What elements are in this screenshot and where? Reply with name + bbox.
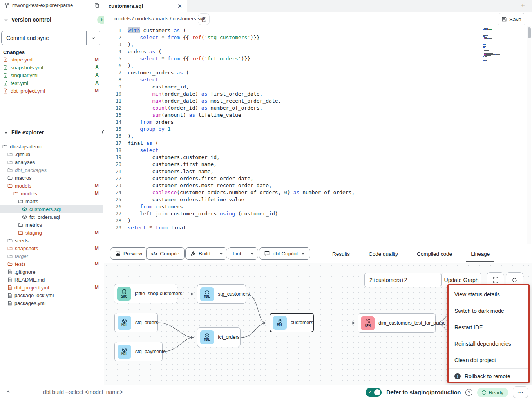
copy-branch-icon[interactable]	[94, 3, 100, 8]
file-tree-item-target[interactable]: target	[0, 252, 103, 260]
dbt-copilot-button[interactable]: dbt Copilot	[259, 247, 310, 260]
menu-item-switch-to-dark-mode[interactable]: Switch to dark mode	[449, 303, 528, 319]
lineage-node-stg-orders[interactable]: MDLstg_orders	[114, 313, 158, 332]
menu-item-view-status-details[interactable]: View status details	[449, 286, 528, 303]
change-item[interactable]: stripe.ymlM	[0, 56, 103, 63]
code-line[interactable]: 18 select	[104, 147, 532, 154]
minimap[interactable]	[483, 28, 522, 61]
file-tree-item-db-sl-qs-demo[interactable]: db-sl-qs-demo	[0, 143, 103, 150]
code-line[interactable]: 7customer_orders as (	[104, 69, 532, 76]
file-tree-item-macros[interactable]: macros	[0, 174, 103, 182]
lineage-node-dim-customers-test-for-parse[interactable]: SEMdim_customers_test_for_parse	[358, 313, 436, 333]
close-icon[interactable]: ✕	[177, 3, 182, 9]
lineage-search-input[interactable]	[364, 273, 441, 287]
save-button[interactable]: Save	[498, 13, 525, 25]
code-line[interactable]: 16),	[104, 133, 532, 140]
open-in-explorer-button[interactable]	[198, 13, 210, 25]
tab-results[interactable]: Results	[330, 246, 352, 262]
code-editor[interactable]: 1with customers as (2 select * from {{ r…	[104, 26, 532, 245]
code-line[interactable]: 17final as (	[104, 140, 532, 147]
tab-compiled-code[interactable]: Compiled code	[414, 246, 454, 262]
file-tree-item-fct-orders-sql[interactable]: fct_orders.sql	[0, 213, 103, 221]
new-tab-button[interactable]: +	[521, 1, 525, 10]
compile-button[interactable]: </> Compile	[146, 247, 185, 260]
file-tree-item-dbt-packages[interactable]: dbt_packages	[0, 166, 103, 174]
menu-item-restart-ide[interactable]: Restart IDE	[449, 319, 528, 336]
code-line[interactable]: 26 from customers	[104, 203, 532, 210]
lint-options-dropdown[interactable]	[246, 248, 258, 259]
code-line[interactable]: 29select * from final	[104, 224, 532, 231]
preview-button[interactable]: Preview	[110, 247, 147, 260]
version-control-header[interactable]: Version control 5	[0, 15, 111, 24]
file-tree-item--gitignore[interactable]: .gitignore	[0, 268, 103, 276]
code-line[interactable]: 25 customer_orders.lifetime_value	[104, 196, 532, 203]
code-line[interactable]: 14 from orders	[104, 119, 532, 126]
code-line[interactable]: 20 customers.first_name,	[104, 161, 532, 168]
lineage-node-stg-payments[interactable]: MDLstg_payments	[114, 342, 163, 361]
file-tree-item-dbt-project-yml[interactable]: dbt_project.ymlM	[0, 283, 103, 291]
editor-scrollbar[interactable]	[527, 26, 531, 244]
commit-and-sync-button[interactable]: Commit and sync	[1, 31, 100, 45]
menu-item-rollback-to-remote[interactable]: ! Rollback to remote	[449, 369, 528, 384]
lineage-panel[interactable]: SRCjaffle_shop.customersMDLstg_customers…	[104, 263, 532, 385]
code-line[interactable]: 8 select	[104, 76, 532, 83]
file-tree-item-package-lock-yml[interactable]: package-lock.yml	[0, 291, 103, 299]
code-line[interactable]: 28)	[104, 217, 532, 224]
lineage-node-fct-orders[interactable]: MDLfct_orders	[197, 327, 241, 347]
code-line[interactable]: 15 group by 1	[104, 126, 532, 133]
file-tree-item-models[interactable]: modelsM	[0, 182, 103, 190]
code-line[interactable]: 12 count(order_id) as number_of_orders,	[104, 105, 532, 112]
commit-options-dropdown[interactable]	[86, 31, 100, 45]
change-item[interactable]: test.ymlA	[0, 79, 103, 87]
file-tree-item--github[interactable]: .github	[0, 150, 103, 158]
lineage-node-stg-customers[interactable]: MDLstg_customers	[197, 284, 246, 304]
file-tree-item-seeds[interactable]: seeds	[0, 237, 103, 244]
help-icon[interactable]: ?	[465, 389, 472, 396]
code-line[interactable]: 27 left join customer_orders using (cust…	[104, 210, 532, 217]
file-tree-item-models[interactable]: modelsM	[0, 190, 103, 197]
code-line[interactable]: 5 select * from {{ ref('fct_orders')}}	[104, 55, 532, 62]
lineage-node-jaffle-shop-customers[interactable]: SRCjaffle_shop.customers	[114, 284, 177, 303]
scrollbar-thumb[interactable]	[528, 27, 531, 38]
tab-code-quality[interactable]: Code quality	[366, 246, 400, 262]
code-line[interactable]: 11 max(order_date) as most_recent_order_…	[104, 97, 532, 105]
code-line[interactable]: 6),	[104, 62, 532, 69]
code-line[interactable]: 10 min(order_date) as first_order_date,	[104, 90, 532, 97]
file-tree-item-tests[interactable]: testsM	[0, 260, 103, 268]
tab-customers-sql[interactable]: customers.sql ✕	[104, 0, 187, 12]
code-line[interactable]: 22 customer_orders.first_order_date,	[104, 175, 532, 182]
change-item[interactable]: snapshots.ymlA	[0, 63, 103, 71]
file-tree-item-readme-md[interactable]: README.md	[0, 276, 103, 283]
change-item[interactable]: singular.ymlA	[0, 71, 103, 79]
file-tree-item-staging[interactable]: stagingM	[0, 229, 103, 237]
file-tree-item-metrics[interactable]: metrics	[0, 221, 103, 229]
command-input[interactable]: dbt build --select <model_name>	[43, 389, 123, 395]
code-line[interactable]: 1with customers as (	[104, 27, 532, 34]
menu-item-reinstall-dependencies[interactable]: Reinstall dependencies	[449, 336, 528, 352]
chevron-up-icon[interactable]	[5, 389, 11, 394]
file-tree-item-packages-yml[interactable]: packages.yml	[0, 299, 103, 307]
code-line[interactable]: 13 sum(amount) as lifetime_value	[104, 112, 532, 119]
code-line[interactable]: 23 customer_orders.most_recent_order_dat…	[104, 182, 532, 189]
file-tree-item-snapshots[interactable]: snapshotsM	[0, 244, 103, 252]
menu-item-clean-dbt-project[interactable]: Clean dbt project	[449, 352, 528, 368]
more-options-button[interactable]: ···	[513, 386, 528, 398]
file-tree-item-customers-sql[interactable]: customers.sql	[0, 205, 103, 213]
change-item[interactable]: dbt_project.ymlM	[0, 87, 103, 95]
code-line[interactable]: 19 customers.customer_id,	[104, 154, 532, 161]
build-options-dropdown[interactable]	[215, 248, 227, 259]
build-button-group[interactable]: Build	[185, 247, 227, 260]
file-explorer-header[interactable]: File explorer	[0, 128, 111, 137]
code-line[interactable]: 9 customer_id,	[104, 83, 532, 90]
file-tree-item-analyses[interactable]: analyses	[0, 158, 103, 166]
code-line[interactable]: 2 select * from {{ ref('stg_customers')}…	[104, 34, 532, 41]
code-line[interactable]: 21 customers.last_name,	[104, 168, 532, 175]
file-tree-item-marts[interactable]: marts	[0, 197, 103, 205]
tab-lineage[interactable]: Lineage	[469, 246, 492, 262]
defer-toggle[interactable]: ✓	[366, 388, 382, 397]
code-line[interactable]: 24 coalesce(customer_orders.number_of_or…	[104, 189, 532, 196]
code-line[interactable]: 4orders as (	[104, 48, 532, 55]
code-line[interactable]: 3),	[104, 41, 532, 48]
lineage-node-customers[interactable]: MDLcustomers	[270, 313, 314, 332]
lint-button-group[interactable]: Lint	[228, 247, 258, 260]
